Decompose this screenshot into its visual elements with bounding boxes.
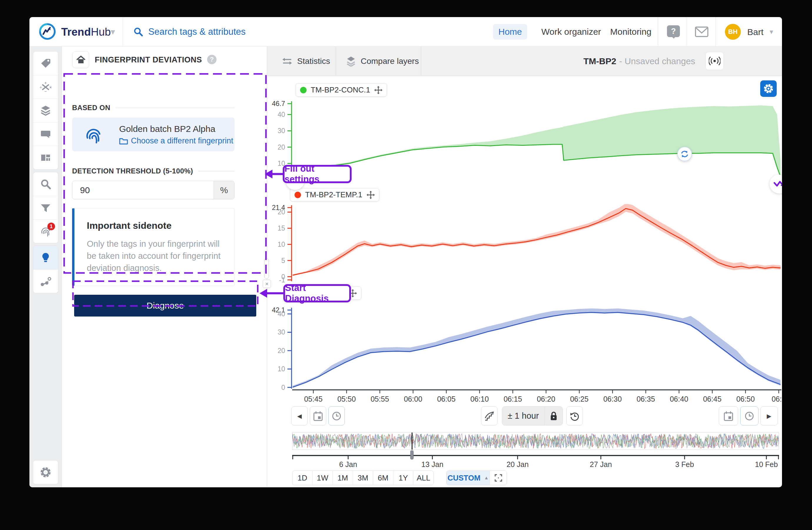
range-button-all[interactable]: ALL [413, 471, 433, 485]
panel-help-icon[interactable]: ? [207, 55, 217, 64]
sidebar-item-fingerprint[interactable]: 1 [33, 219, 58, 243]
topbar-divider [658, 17, 658, 46]
choose-fingerprint-label: Choose a different fingerprint [131, 136, 233, 145]
tab-monitoring[interactable]: Monitoring [605, 24, 657, 40]
custom-range-button[interactable]: CUSTOM ▲ [447, 471, 490, 485]
threshold-section-header: DETECTION THRESHOLD (5-100%) [72, 167, 234, 175]
time-start-button[interactable] [328, 406, 345, 426]
sidebar-item-dashboard[interactable] [33, 146, 58, 169]
context-overview-strip[interactable] [292, 432, 779, 450]
context-signals [292, 433, 779, 450]
search-input[interactable]: Search tags & attributes [133, 25, 398, 39]
app-logo[interactable]: TrendHub [61, 26, 111, 38]
sidebar-item-lightbulb[interactable] [33, 246, 58, 269]
tag-icon [40, 57, 52, 69]
sidebar-item-comment[interactable] [33, 122, 58, 146]
diagnose-button[interactable]: Diagnose [74, 295, 256, 317]
choose-fingerprint-link[interactable]: Choose a different fingerprint [119, 136, 233, 145]
view-name: TM-BP2 [583, 56, 617, 66]
compare-layers-button[interactable]: Compare layers [343, 46, 422, 76]
svg-text:30: 30 [277, 127, 285, 135]
lock-duration-button[interactable] [544, 407, 563, 425]
svg-text:15: 15 [277, 224, 285, 232]
home-button[interactable] [72, 51, 89, 68]
context-timeline[interactable]: 6 Jan13 Jan20 Jan27 Jan3 Feb10 Feb [292, 450, 779, 471]
search-icon [133, 27, 144, 37]
sync-refresh-button[interactable] [677, 147, 692, 161]
tab-home[interactable]: Home [493, 24, 527, 40]
history-button[interactable] [566, 406, 583, 426]
pathway-icon [40, 276, 52, 288]
time-end-button[interactable] [740, 406, 758, 426]
move-icon[interactable] [374, 86, 382, 94]
annotation-start-diagnosis: Start Diagnosis [283, 284, 351, 303]
pan-left-button[interactable]: ◀ [291, 406, 308, 426]
logo-caret-icon[interactable]: ▾ [111, 27, 115, 37]
sidenote-card: Important sidenote Only the tags in your… [72, 208, 234, 286]
svg-text:06:10: 06:10 [470, 395, 489, 403]
threshold-input[interactable]: 90 % [72, 181, 234, 199]
statistics-button[interactable]: Statistics [279, 46, 333, 76]
svg-text:46.7: 46.7 [272, 100, 285, 108]
comment-icon [40, 128, 52, 140]
mail-icon[interactable] [694, 26, 709, 38]
svg-text:06:50: 06:50 [736, 395, 755, 403]
lock-icon [549, 411, 558, 421]
sidebar-item-pathway[interactable] [33, 269, 58, 293]
compare-layers-label: Compare layers [361, 57, 419, 66]
clock-icon [331, 411, 342, 421]
range-button-6m[interactable]: 6M [373, 471, 393, 485]
svg-text:06:20: 06:20 [537, 395, 555, 403]
sidebar-item-filter[interactable] [33, 196, 58, 219]
svg-text:20: 20 [277, 208, 285, 216]
legend-conc[interactable]: TM-BP2-CONC.1 [296, 83, 387, 97]
live-broadcast-button[interactable] [706, 52, 724, 70]
chart-mode-button[interactable] [481, 406, 497, 426]
calendar-end-button[interactable] [719, 406, 738, 426]
view-title: TM-BP2 - Unsaved changes [426, 46, 782, 76]
duration-label[interactable]: ± 1 hour [502, 411, 544, 421]
sidebar-item-formula[interactable]: +−÷× [33, 75, 58, 99]
duration-group[interactable]: ± 1 hour [502, 406, 563, 426]
pan-right-button[interactable]: ▶ [760, 406, 778, 426]
threshold-value[interactable]: 90 [72, 181, 214, 199]
user-menu-caret-icon[interactable]: ▾ [770, 28, 773, 36]
range-button-1y[interactable]: 1Y [393, 471, 414, 485]
annotation-arrow [260, 287, 284, 299]
sidebar-item-tag[interactable] [33, 52, 58, 75]
sidebar-item-gear[interactable] [33, 461, 58, 484]
sidebar-item-layers[interactable] [33, 99, 58, 122]
tab-work-organizer[interactable]: Work organizer [536, 24, 606, 40]
refresh-arrows-icon [680, 150, 689, 158]
range-button-1w[interactable]: 1W [313, 471, 333, 485]
range-button-1m[interactable]: 1M [332, 471, 353, 485]
move-icon[interactable] [366, 191, 375, 199]
time-range-group: 1D1W1M3M6M1YALL [292, 471, 434, 485]
svg-text:−: − [44, 89, 47, 93]
search-placeholder: Search tags & attributes [148, 27, 246, 37]
sidebar-group-bottom [33, 460, 58, 484]
trendhub-logo-icon[interactable] [39, 23, 56, 40]
range-button-1d[interactable]: 1D [292, 471, 313, 485]
svg-text:13 Jan: 13 Jan [421, 460, 444, 469]
help-button[interactable]: ? [667, 25, 680, 37]
chart-temp[interactable]: 21.420151050-1 [271, 204, 781, 287]
range-button-3m[interactable]: 3M [353, 471, 373, 485]
chart-settings-button[interactable] [760, 80, 777, 97]
sidebar-group-3 [33, 246, 58, 293]
section-rule [198, 171, 234, 171]
panel-resize-handle[interactable] [264, 258, 269, 279]
svg-text:06:30: 06:30 [604, 395, 622, 403]
user-name[interactable]: Bart [747, 27, 764, 37]
top-bar: TrendHub ▾ Search tags & attributes Home… [29, 17, 782, 46]
fingerprint-icon [84, 126, 103, 144]
svg-text:-1: -1 [279, 276, 285, 284]
panel-collapse-button[interactable]: × [263, 280, 271, 288]
avatar[interactable]: BH [725, 24, 741, 40]
header-divider [336, 46, 336, 76]
chart-pres[interactable]: 42.1403020100 [271, 307, 781, 393]
legend-temp[interactable]: TM-BP2-TEMP.1 [290, 188, 379, 201]
fit-view-button[interactable] [490, 471, 507, 485]
sidebar-item-search[interactable] [33, 172, 58, 196]
calendar-start-button[interactable] [310, 406, 326, 426]
